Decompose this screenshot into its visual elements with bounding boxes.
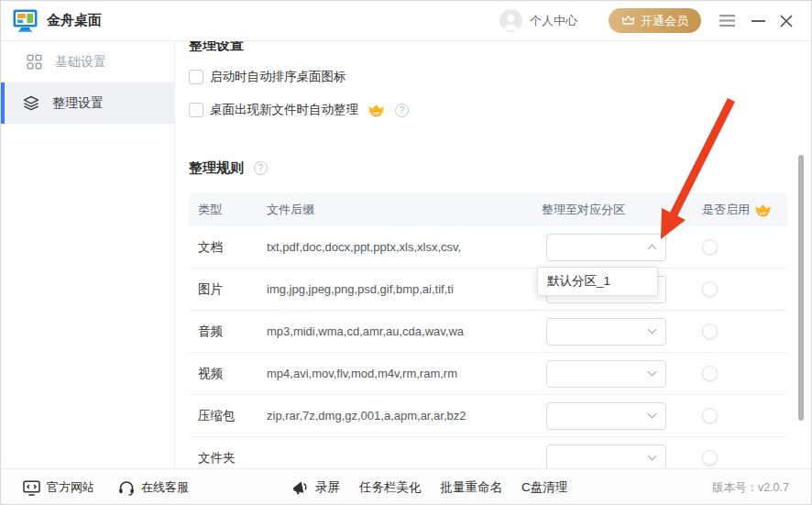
auto-organize-checkbox[interactable] (189, 103, 203, 117)
dropdown-option-default-partition[interactable]: 默认分区_1 (538, 268, 657, 295)
settings-panel: 整理设置 启动时自动排序桌面图标 桌面出现新文件时自动整理 VIP ? 整理规则… (175, 41, 812, 468)
auto-sort-checkbox[interactable] (189, 70, 203, 84)
help-icon[interactable]: ? (395, 104, 409, 117)
partition-select[interactable] (546, 402, 666, 430)
batch-rename-tool[interactable]: 批量重命名 (441, 479, 503, 496)
taskbar-beautify-label: 任务栏美化 (359, 479, 422, 496)
partition-select[interactable] (546, 360, 666, 388)
row-extensions: mp3,midi,wma,cd,amr,au,cda,wav,wa (267, 324, 542, 338)
open-vip-label: 开通会员 (641, 13, 688, 29)
toggle-knob (702, 450, 718, 466)
row-type: 文档 (198, 239, 267, 256)
col-header-extensions: 文件后缀 (267, 202, 542, 218)
monitor-icon (23, 480, 40, 496)
table-row-video: 视频 mp4,avi,mov,flv,mod,m4v,rm,ram,rm (189, 353, 787, 395)
partition-select[interactable] (546, 445, 666, 469)
menu-icon[interactable] (719, 15, 735, 27)
footer-tools: 录屏 任务栏美化 批量重命名 C盘清理 (291, 479, 567, 496)
vip-text: VIP (372, 111, 380, 116)
rules-title-row: 整理规则 ? (189, 159, 268, 177)
grid-icon (27, 54, 42, 70)
crown-outline-icon (621, 15, 635, 27)
online-support-label: 在线客服 (141, 479, 189, 496)
chevron-up-icon (648, 245, 657, 254)
partition-select-open[interactable] (546, 234, 666, 261)
online-support-link[interactable]: 在线客服 (118, 479, 189, 496)
row-extensions: img,jpg,jpeg,png,psd,gif,bmp,ai,tif,ti (267, 282, 542, 296)
chevron-down-icon (648, 410, 657, 419)
app-logo-icon (13, 9, 38, 32)
vertical-scrollbar-thumb[interactable] (798, 155, 804, 421)
megaphone-icon (291, 480, 310, 496)
sidebar-item-basic-settings[interactable]: 基础设置 (1, 41, 174, 82)
table-row-images: 图片 img,jpg,jpeg,png,psd,gif,bmp,ai,tif,t… (189, 269, 787, 311)
section-title-organize-settings: 整理设置 (189, 41, 244, 54)
screen-record-label: 录屏 (315, 479, 340, 496)
vip-crown-icon: VIP (754, 203, 772, 217)
user-center-link[interactable]: 个人中心 (530, 13, 577, 29)
table-row-documents: 文档 txt,pdf,doc,docx,ppt,pptx,xls,xlsx,cs… (189, 226, 787, 269)
official-site-label: 官方网站 (47, 479, 94, 496)
toggle-knob (702, 366, 718, 381)
footer-bar: 官方网站 在线客服 (1, 468, 811, 505)
layers-icon (23, 95, 39, 111)
vip-text: VIP (759, 211, 767, 216)
row-extensions: mp4,avi,mov,flv,mod,m4v,rm,ram,rm (267, 367, 542, 380)
headset-icon (118, 480, 135, 496)
table-header-row: 类型 文件后缀 整理至对应分区 是否启用 VIP (189, 193, 787, 226)
sidebar-item-label: 整理设置 (52, 95, 104, 112)
sidebar-item-label: 基础设置 (55, 54, 106, 71)
row-type: 视频 (198, 366, 267, 382)
chevron-down-icon (648, 368, 657, 377)
auto-organize-row: 桌面出现新文件时自动整理 VIP ? (189, 102, 409, 118)
rules-title: 整理规则 (189, 159, 244, 177)
open-vip-button[interactable]: 开通会员 (609, 8, 701, 33)
table-row-folders: 文件夹 (189, 437, 787, 468)
row-extensions: txt,pdf,doc,docx,ppt,pptx,xls,xlsx,csv, (267, 240, 542, 254)
auto-sort-row: 启动时自动排序桌面图标 (189, 69, 346, 85)
screen-record-tool[interactable]: 录屏 (291, 479, 340, 496)
batch-rename-label: 批量重命名 (441, 479, 503, 496)
user-avatar[interactable] (499, 9, 522, 32)
auto-sort-label: 启动时自动排序桌面图标 (210, 69, 346, 85)
chevron-down-icon (648, 325, 657, 335)
rules-table: 类型 文件后缀 整理至对应分区 是否启用 VIP 文档 txt,p (189, 193, 787, 468)
row-type: 音频 (198, 324, 267, 340)
table-row-audio: 音频 mp3,midi,wma,cd,amr,au,cda,wav,wa (189, 311, 787, 353)
sidebar-item-organize-settings[interactable]: 整理设置 (1, 82, 174, 124)
c-drive-cleanup-label: C盘清理 (521, 479, 567, 496)
minimize-icon[interactable] (752, 15, 765, 27)
partition-select[interactable] (546, 318, 666, 346)
row-extensions: zip,rar,7z,dmg,gz,001,a,apm,ar,ar,bz2 (267, 409, 542, 423)
partition-dropdown-popup: 默认分区_1 (537, 267, 658, 296)
taskbar-beautify-tool[interactable]: 任务栏美化 (359, 479, 422, 496)
row-type: 文件夹 (198, 450, 267, 467)
app-window: 金舟桌面 个人中心 开通会员 (0, 0, 812, 505)
col-header-enabled: 是否启用 (702, 202, 750, 218)
vip-crown-icon: VIP (368, 104, 385, 117)
help-icon[interactable]: ? (254, 161, 268, 175)
toggle-knob (702, 408, 718, 423)
toggle-knob (702, 281, 718, 297)
row-type: 压缩包 (198, 408, 267, 424)
table-row-archives: 压缩包 zip,rar,7z,dmg,gz,001,a,apm,ar,ar,bz… (189, 395, 787, 437)
close-icon[interactable] (780, 15, 793, 27)
toggle-knob (702, 239, 718, 255)
row-type: 图片 (198, 281, 267, 298)
titlebar: 金舟桌面 个人中心 开通会员 (1, 1, 811, 41)
col-header-type: 类型 (198, 202, 267, 218)
chevron-down-icon (648, 452, 657, 461)
app-title: 金舟桌面 (47, 12, 102, 29)
toggle-knob (702, 324, 718, 339)
col-header-partition: 整理至对应分区 (542, 202, 700, 218)
version-label: 版本号：v2.0.7 (712, 480, 789, 496)
sidebar: 基础设置 整理设置 (1, 41, 175, 468)
c-drive-cleanup-tool[interactable]: C盘清理 (521, 479, 567, 496)
official-site-link[interactable]: 官方网站 (23, 479, 94, 496)
auto-organize-label: 桌面出现新文件时自动整理 (210, 102, 358, 118)
